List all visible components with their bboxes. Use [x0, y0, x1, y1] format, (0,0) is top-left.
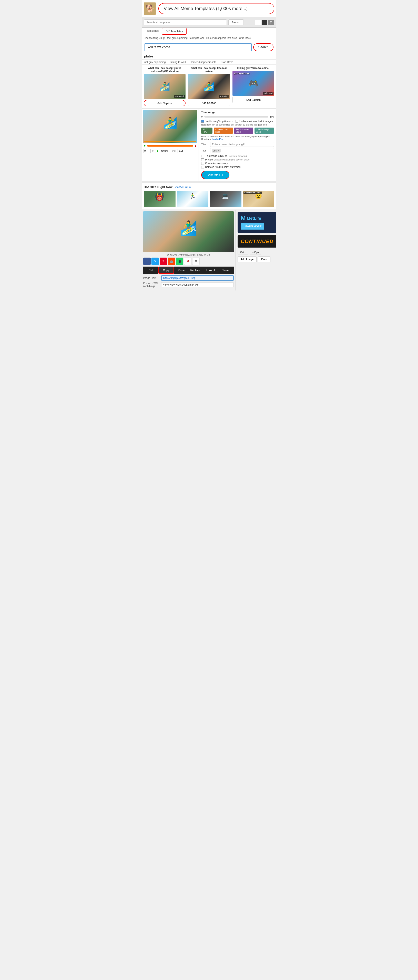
search-button-top[interactable]: Search: [228, 19, 244, 25]
meme-card-image-1[interactable]: 🏄‍♂️ animated: [188, 74, 230, 99]
goodbye-badge: GOODBYE GRANDMA: [244, 191, 263, 194]
row-header-0: fast guy explaining: [144, 60, 166, 64]
drag-drop-checkbox[interactable]: [201, 120, 204, 123]
ctx-copy-btn[interactable]: Copy: [158, 267, 174, 274]
watermark-checkbox[interactable]: [201, 166, 204, 169]
continued-section: CONTINUED: [238, 235, 276, 248]
search-button-2-label: Search: [258, 45, 269, 49]
pro-link[interactable]: Imgflip Pro!: [212, 138, 223, 140]
meme-cards-grid: What can I say except you're welcome!! (…: [144, 67, 274, 106]
gif-preview-left: 🏄‍♂️ ▼ ▲ 0 ▶ Preview end:: [142, 108, 199, 181]
add-image-btn[interactable]: Add Image: [238, 256, 256, 262]
timeline-start-marker: ▼: [143, 144, 146, 147]
time-start-input[interactable]: [143, 149, 150, 153]
meme-card-2: Inkling girl You're welcome! 🎮 you re we…: [233, 67, 274, 106]
size-1[interactable]: 360px: [238, 250, 249, 255]
template-name-4[interactable]: Crab Rave: [239, 37, 251, 40]
template-name-0[interactable]: Disappearing kid gif: [144, 37, 165, 40]
share-mail-btn[interactable]: ✉: [192, 258, 200, 265]
hot-gif-item-1[interactable]: 🏃‍♂️: [177, 191, 209, 207]
timeline-end-marker: ▲: [194, 144, 197, 147]
time-end-input[interactable]: [177, 149, 185, 153]
meme-card-image-2[interactable]: 🎮 you re welcome: animated: [233, 71, 274, 95]
row-header-3: Crab Rave: [221, 60, 233, 64]
title-input[interactable]: [210, 142, 274, 147]
anon-checkbox[interactable]: [201, 162, 204, 165]
size-display: 360px 480px: [238, 250, 276, 255]
template-name-3[interactable]: Homer disappears into bush: [206, 37, 237, 40]
row-header-2: Homer disappears into: [190, 60, 217, 64]
view-all-gifs-link[interactable]: View All GIFs: [175, 185, 191, 188]
tag-remove-icon[interactable]: ✕: [218, 150, 219, 152]
meme-card-image-0[interactable]: 🏄‍♂️ animated: [144, 74, 185, 99]
gear-icon[interactable]: ⚙: [268, 20, 274, 25]
share-pinterest-btn[interactable]: 𝐏: [160, 258, 167, 265]
share-whatsapp-btn[interactable]: 📱: [176, 258, 183, 265]
px-badge: 5.7M/6.0M px used: [255, 127, 274, 134]
private-checkbox[interactable]: [201, 158, 204, 161]
preview-button[interactable]: ▶ Preview: [155, 149, 170, 153]
tab-gif-templates[interactable]: GIF Templates: [162, 28, 186, 35]
hot-gifs-section: Hot GIFs Right Now View All GIFs 👹 🏃‍♂️ …: [142, 181, 276, 210]
animated-badge-1: animated: [219, 95, 229, 98]
meme-card-1: what can i say except free real estate 🏄…: [188, 67, 230, 106]
embed-link-input[interactable]: [161, 282, 234, 287]
nsfw-options: This image is NSFW (not safe for work) P…: [201, 154, 274, 169]
gif-timeline: ▼ ▲: [143, 144, 197, 147]
size-2[interactable]: 480px: [250, 250, 261, 255]
image-link-input[interactable]: [161, 275, 234, 281]
title-row: Title: [201, 142, 274, 147]
banner-text: View All Meme Templates (1,000s more...): [164, 6, 248, 11]
meme-card-0: What can I say except you're welcome!! (…: [144, 67, 185, 106]
tags-input-area[interactable]: gifs ✕: [210, 148, 274, 153]
maui-info-text: 360 x 202, 79 frames, 20 fps, 3.95s, 3.6…: [143, 253, 234, 256]
range-min: 0: [201, 115, 203, 118]
search-button-2[interactable]: Search: [253, 43, 274, 51]
gif-settings-right: Time range: 0 100 Enable drag/drop & res…: [199, 108, 276, 181]
embed-link-label: Embed HTML (web/blog):: [143, 282, 160, 288]
tab-templates[interactable]: Templates: [143, 28, 162, 35]
icon-white-box: [255, 20, 261, 25]
ctx-paste-btn[interactable]: Paste: [174, 267, 189, 274]
gif-preview-overlay: [144, 141, 196, 142]
add-caption-btn-0[interactable]: Add Caption: [144, 100, 185, 106]
gear-note: Note: font can be customized per-textbox…: [201, 124, 274, 126]
ctx-lookup-btn[interactable]: Look Up: [204, 267, 219, 274]
share-twitter-btn[interactable]: 𝕏: [152, 258, 159, 265]
ctx-share-btn[interactable]: Share...: [219, 267, 234, 274]
share-gmail-btn[interactable]: M: [184, 258, 192, 265]
preview-btn-label: Preview: [159, 150, 168, 152]
template-name-2[interactable]: talking to wall: [190, 37, 204, 40]
drag-drop-option[interactable]: Enable drag/drop & resize: [201, 120, 233, 123]
maui-large-image: 🏄‍♂️: [143, 212, 234, 252]
search-input-youre-welcome[interactable]: [144, 43, 252, 51]
ctx-cut-btn[interactable]: Cut: [143, 267, 158, 274]
draw-btn[interactable]: Draw: [258, 256, 271, 262]
metlife-ad: M MetLife LEARN MORE: [238, 212, 276, 233]
search-input-top[interactable]: [144, 19, 227, 25]
seconds-badge: 4/20 seconds used: [214, 127, 233, 134]
animated-badge-0: animated: [174, 95, 185, 98]
add-caption-btn-2[interactable]: Add Caption: [233, 97, 274, 103]
generate-gif-button[interactable]: Generate GIF: [201, 171, 230, 179]
meme-cards-section: What can I say except you're welcome!! (…: [142, 65, 276, 108]
hot-gif-item-2[interactable]: 💻: [210, 191, 241, 207]
ctx-replace-btn[interactable]: Replace...: [189, 267, 204, 274]
timeline-bar[interactable]: [147, 145, 193, 146]
time-range-slider[interactable]: [204, 116, 268, 118]
embed-link-row: Embed HTML (web/blog):: [143, 282, 234, 288]
view-all-banner[interactable]: View All Meme Templates (1,000s more...): [158, 3, 274, 14]
icon-dark-box: [262, 20, 268, 25]
hot-gif-item-0[interactable]: 👹: [144, 191, 176, 207]
share-reddit-btn[interactable]: 🤖: [168, 258, 175, 265]
context-menu: Cut Copy Paste Replace... Look Up Share.…: [143, 267, 234, 274]
nsfw-checkbox[interactable]: [201, 155, 204, 158]
hot-gif-item-3[interactable]: 😮 GOODBYE GRANDMA: [243, 191, 274, 207]
motion-checkbox[interactable]: [236, 120, 238, 123]
share-facebook-btn[interactable]: f: [143, 258, 150, 265]
add-caption-btn-1[interactable]: Add Caption: [188, 100, 230, 106]
templates-label: plates: [142, 53, 276, 60]
template-name-1[interactable]: fast guy explaining: [167, 37, 187, 40]
motion-option[interactable]: Enable motion of text & images: [236, 120, 273, 123]
metlife-learn-btn[interactable]: LEARN MORE: [241, 223, 264, 229]
